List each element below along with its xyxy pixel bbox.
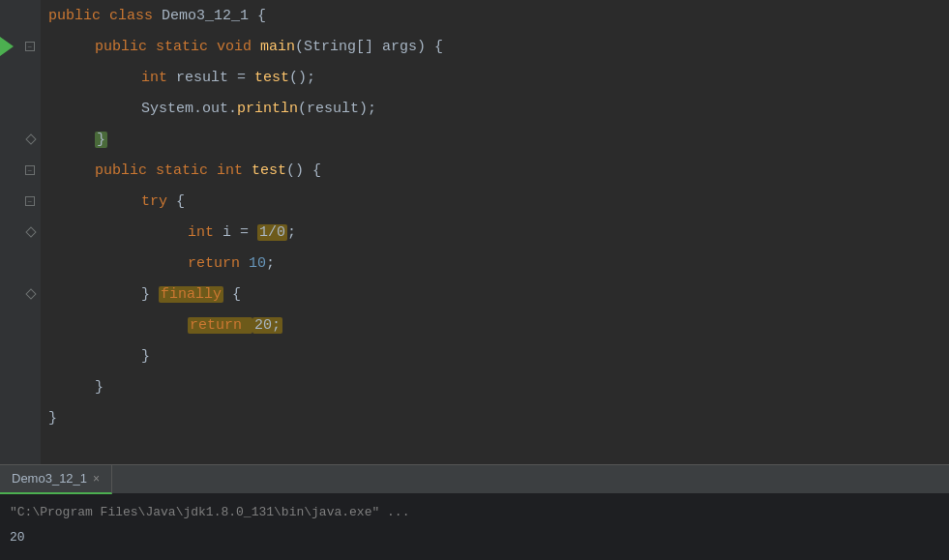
token-7-2: { <box>176 193 185 210</box>
gutter-line-13 <box>0 371 35 402</box>
token-2-2: static <box>156 39 217 55</box>
gutter-fold-10[interactable] <box>0 290 35 298</box>
token-8-3: 1/0 <box>257 224 287 241</box>
fold-icon-6[interactable]: − <box>25 165 35 175</box>
tab-label: Demo3_12_1 <box>12 471 87 486</box>
code-line-4: System.out.println(result); <box>48 93 949 124</box>
code-line-11: return 20; <box>48 309 949 340</box>
token-8-2: i = <box>222 224 257 241</box>
token-10-1: } <box>141 286 159 303</box>
token-12-1: } <box>141 348 150 365</box>
line-number-gutter: − − − <box>0 0 41 464</box>
token-6-5: () { <box>286 162 321 179</box>
token-1-3: Demo3_12_1 { <box>162 8 266 24</box>
token-2-3: void <box>217 39 260 55</box>
code-line-3: int result = test(); <box>48 62 949 93</box>
code-line-13: } <box>48 371 949 402</box>
gutter-line-5 <box>0 124 35 155</box>
token-3-1: int <box>141 70 176 86</box>
token-6-3: int <box>217 162 252 179</box>
code-line-7: try { <box>48 186 949 217</box>
code-line-9: return 10; <box>48 248 949 279</box>
gutter-fold-5[interactable] <box>0 135 35 143</box>
code-line-1: public class Demo3_12_1 { <box>48 0 949 31</box>
gutter-fold-8[interactable] <box>0 228 35 236</box>
token-6-2: static <box>156 162 217 179</box>
token-2-5: (String[] args) { <box>295 39 443 55</box>
fold-diamond-8[interactable] <box>25 226 36 237</box>
gutter-line-4 <box>0 93 35 124</box>
tab-demo3-12-1[interactable]: Demo3_12_1 × <box>0 465 112 494</box>
code-content[interactable]: public class Demo3_12_1 { public static … <box>41 0 949 464</box>
code-line-8: int i = 1/0; <box>48 217 949 248</box>
code-line-10: } finally { <box>48 279 949 309</box>
gutter-line-14 <box>0 402 35 433</box>
token-8-1: int <box>188 224 222 241</box>
tab-close-button[interactable]: × <box>93 472 100 486</box>
gutter-line-3 <box>0 62 35 93</box>
token-6-1: public <box>95 162 156 179</box>
token-1-2: class <box>109 8 162 24</box>
token-5-1: } <box>95 132 107 148</box>
gutter-line-9 <box>0 248 35 279</box>
editor-area: − − − <box>0 0 949 464</box>
code-line-5: } <box>48 124 949 155</box>
gutter-line-12 <box>0 340 35 371</box>
gutter-line-10 <box>0 279 35 309</box>
token-3-3: test <box>254 70 289 86</box>
token-9-2: 10 <box>249 255 266 272</box>
token-9-3: ; <box>266 255 275 272</box>
token-10-3: { <box>223 286 241 303</box>
token-4-1: System <box>141 101 193 117</box>
gutter-line-6: − <box>0 155 35 186</box>
code-line-14: } <box>48 402 949 433</box>
gutter-fold-6[interactable]: − <box>0 165 35 175</box>
gutter-fold-7[interactable]: − <box>0 196 35 206</box>
console-output: 20 <box>10 530 25 545</box>
token-4-4: (result); <box>298 101 376 117</box>
token-11-2: 20; <box>252 317 282 334</box>
token-14-1: } <box>48 410 57 427</box>
gutter-line-8 <box>0 217 35 248</box>
fold-diamond-10[interactable] <box>25 288 36 299</box>
fold-diamond-5[interactable] <box>25 133 36 144</box>
gutter-line-7: − <box>0 186 35 217</box>
token-3-4: (); <box>289 70 315 86</box>
token-2-1: public <box>95 39 156 55</box>
gutter-line-11 <box>0 309 35 340</box>
token-7-1: try <box>141 193 176 210</box>
token-4-2: .out. <box>193 101 237 117</box>
bottom-tab-bar: Demo3_12_1 × <box>0 464 949 493</box>
console-area: "C:\Program Files\Java\jdk1.8.0_131\bin\… <box>0 493 949 560</box>
token-8-4: ; <box>287 224 296 241</box>
token-10-2: finally <box>159 286 223 303</box>
token-11-1: return <box>188 317 252 334</box>
code-line-2: public static void main(String[] args) { <box>48 31 949 62</box>
debug-arrow-2 <box>0 37 14 56</box>
token-9-1: return <box>188 255 249 272</box>
gutter-line-2: − <box>0 31 35 62</box>
token-13-1: } <box>95 379 104 396</box>
console-line-1: "C:\Program Files\Java\jdk1.8.0_131\bin\… <box>10 499 939 524</box>
fold-icon-7[interactable]: − <box>25 196 35 206</box>
token-1-1: public <box>48 8 109 24</box>
console-command: "C:\Program Files\Java\jdk1.8.0_131\bin\… <box>10 505 409 519</box>
console-line-2: 20 <box>10 524 939 549</box>
code-line-12: } <box>48 340 949 371</box>
code-line-6: public static int test() { <box>48 155 949 186</box>
token-4-3: println <box>237 101 298 117</box>
token-6-4: test <box>252 162 286 179</box>
token-3-2: result = <box>176 70 254 86</box>
gutter-line-1 <box>0 0 35 31</box>
fold-icon-2[interactable]: − <box>25 42 35 51</box>
token-2-4: main <box>260 39 295 55</box>
